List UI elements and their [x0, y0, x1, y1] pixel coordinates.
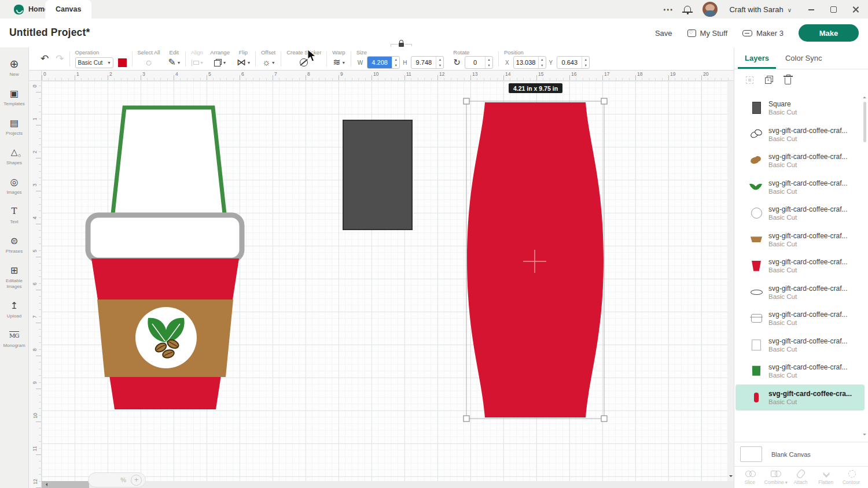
- layer-row[interactable]: svg-gift-card-coffee-craf... Basic Cut: [735, 332, 865, 358]
- sidebar-item[interactable]: New: [0, 53, 29, 83]
- scroll-down-arrow-icon[interactable]: [863, 434, 866, 437]
- notifications-bell-icon[interactable]: [684, 6, 691, 12]
- position-x-stepper[interactable]: ▲▼: [538, 57, 546, 68]
- height-value[interactable]: 9.748: [411, 57, 436, 68]
- width-field[interactable]: 4.208 ▲▼: [367, 56, 400, 69]
- panel-action-button[interactable]: Combine: [763, 469, 789, 485]
- panel-action-button[interactable]: Contour: [839, 469, 865, 485]
- shape-gray-lid[interactable]: [88, 215, 242, 260]
- align-button[interactable]: Align ▾: [191, 49, 203, 68]
- panel-action-button[interactable]: Attach: [789, 469, 814, 485]
- redo-icon[interactable]: [56, 54, 64, 64]
- panel-action-button[interactable]: Slice: [738, 469, 763, 485]
- scroll-up-arrow-icon[interactable]: [863, 95, 866, 98]
- position-y-field[interactable]: 0.643 ▲▼: [557, 56, 590, 69]
- width-value[interactable]: 4.208: [367, 57, 392, 68]
- undo-icon[interactable]: [41, 54, 49, 64]
- operation-select[interactable]: Basic Cut ▾: [75, 57, 113, 68]
- canvas-grid[interactable]: 4.21 in x 9.75 in % +: [42, 81, 734, 488]
- arrange-button[interactable]: Arrange ▾: [210, 49, 230, 68]
- position-group: Position X 13.038 ▲▼ Y 0.643 ▲▼: [504, 49, 590, 68]
- sidebar-item[interactable]: Editable Images: [0, 260, 29, 295]
- flip-button[interactable]: Flip ▾: [237, 49, 250, 68]
- tab-color-sync[interactable]: Color Sync: [785, 54, 822, 62]
- my-stuff-label: My Stuff: [700, 29, 727, 38]
- layer-row[interactable]: svg-gift-card-coffee-cra... Basic Cut: [735, 385, 865, 411]
- scroll-down-arrow-icon[interactable]: [729, 475, 733, 479]
- height-field[interactable]: 9.748 ▲▼: [411, 56, 444, 69]
- sidebar-item[interactable]: Projects: [0, 112, 29, 142]
- shape-red-selected[interactable]: [467, 102, 604, 417]
- sidebar-item[interactable]: Monogram: [0, 324, 29, 354]
- layer-row[interactable]: svg-gift-card-coffee-craf... Basic Cut: [735, 279, 865, 306]
- blank-canvas-row[interactable]: Blank Canvas: [734, 442, 868, 466]
- shape-green-trapezoid[interactable]: [112, 108, 226, 224]
- sidebar-item[interactable]: Phrases: [0, 230, 29, 260]
- window-minimize-button[interactable]: [808, 6, 815, 13]
- group-layers-icon[interactable]: [746, 76, 753, 84]
- layer-row[interactable]: svg-gift-card-coffee-craf... Basic Cut: [735, 253, 865, 279]
- scroll-left-arrow-icon[interactable]: [44, 483, 47, 486]
- color-swatch[interactable]: [118, 58, 127, 67]
- rotate-icon[interactable]: [453, 58, 461, 67]
- canvas-vertical-scrollbar[interactable]: [727, 81, 734, 481]
- tab-layers[interactable]: Layers: [745, 54, 769, 62]
- width-stepper[interactable]: ▲▼: [392, 57, 399, 68]
- zoom-in-button[interactable]: +: [131, 475, 142, 486]
- position-x-value[interactable]: 13.038: [514, 57, 538, 68]
- ruler-number: 13: [470, 71, 503, 80]
- position-y-stepper[interactable]: ▲▼: [582, 57, 589, 68]
- panel-action-icon: [771, 469, 781, 478]
- chevron-down-icon: [788, 5, 792, 14]
- save-button[interactable]: Save: [655, 29, 672, 38]
- tab-canvas[interactable]: Canvas: [45, 0, 91, 19]
- hscroll-thumb[interactable]: [42, 481, 89, 488]
- height-stepper[interactable]: ▲▼: [436, 57, 443, 68]
- edit-button[interactable]: Edit ▾: [168, 49, 180, 68]
- my-stuff-button[interactable]: My Stuff: [687, 29, 727, 38]
- lock-aspect-icon[interactable]: [399, 43, 404, 47]
- panel-action-label: Contour: [843, 479, 860, 485]
- panel-action-button[interactable]: Flatten: [814, 469, 839, 485]
- sidebar-item-label: Upload: [7, 313, 21, 319]
- layer-row[interactable]: svg-gift-card-coffee-craf... Basic Cut: [735, 174, 865, 201]
- layer-row[interactable]: svg-gift-card-coffee-craf... Basic Cut: [735, 227, 865, 253]
- delete-layer-icon[interactable]: [785, 77, 791, 84]
- sidebar-item[interactable]: Text: [0, 201, 29, 230]
- layer-row[interactable]: svg-gift-card-coffee-craf... Basic Cut: [735, 121, 865, 148]
- machine-select-button[interactable]: Maker 3: [742, 29, 784, 38]
- select-all-button[interactable]: Select All: [138, 49, 160, 68]
- sidebar-item-label: Projects: [6, 131, 23, 136]
- warp-button[interactable]: Warp ▾: [332, 49, 345, 68]
- position-y-value[interactable]: 0.643: [557, 57, 582, 68]
- window-close-button[interactable]: [852, 6, 859, 13]
- layer-row[interactable]: svg-gift-card-coffee-craf... Basic Cut: [735, 305, 865, 332]
- shape-dark-rectangle[interactable]: [343, 120, 412, 230]
- make-button[interactable]: Make: [799, 24, 859, 42]
- duplicate-layer-icon[interactable]: [765, 76, 773, 84]
- position-x-field[interactable]: 13.038 ▲▼: [513, 56, 546, 69]
- rotate-value[interactable]: 0: [465, 57, 485, 68]
- layer-row[interactable]: Square Basic Cut: [735, 95, 865, 121]
- rotate-group: Rotate 0 ▲▼: [453, 49, 493, 68]
- rotate-stepper[interactable]: ▲▼: [485, 57, 492, 68]
- account-menu[interactable]: Craft with Sarah: [729, 5, 792, 14]
- sidebar-item[interactable]: Shapes: [0, 142, 29, 171]
- sidebar-item[interactable]: Templates: [0, 83, 29, 112]
- layer-list-scrollbar[interactable]: [863, 95, 867, 437]
- layer-row[interactable]: svg-gift-card-coffee-craf... Basic Cut: [735, 200, 865, 227]
- window-maximize-button[interactable]: [830, 6, 837, 13]
- more-options-icon[interactable]: [663, 3, 672, 16]
- offset-button[interactable]: Offset ▾: [261, 49, 275, 68]
- rotate-field[interactable]: 0 ▲▼: [465, 56, 493, 69]
- ruler-number: 15: [536, 71, 569, 80]
- create-sticker-button[interactable]: Create Sticker: [286, 49, 321, 68]
- sidebar-item-label: Shapes: [6, 160, 22, 166]
- scrollbar-thumb[interactable]: [863, 102, 866, 142]
- layer-row[interactable]: svg-gift-card-coffee-craf... Basic Cut: [735, 358, 865, 385]
- sidebar-item[interactable]: Images: [0, 171, 29, 201]
- avatar[interactable]: [703, 2, 718, 17]
- layer-thumbnail: [749, 363, 763, 379]
- sidebar-item[interactable]: Upload: [0, 295, 29, 324]
- layer-row[interactable]: svg-gift-card-coffee-craf... Basic Cut: [735, 147, 865, 174]
